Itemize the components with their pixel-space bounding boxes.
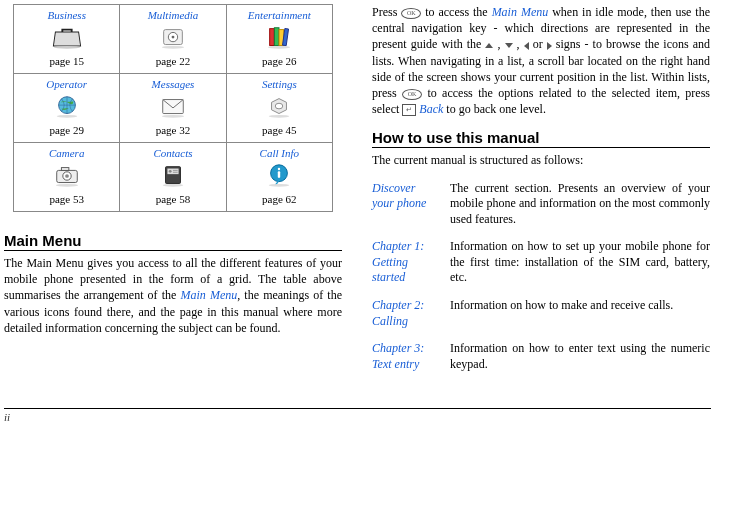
grid-cell: Multimedia page 22	[120, 5, 226, 74]
nut-icon	[260, 93, 298, 121]
page-ref: page 15	[49, 55, 84, 67]
chapters-list: Discover your phone The current section.…	[372, 175, 710, 379]
svg-rect-5	[270, 29, 275, 46]
page-ref: page 53	[49, 193, 84, 205]
chapter-row: Chapter 1: Getting started Information o…	[372, 233, 710, 292]
page-ref: page 26	[262, 55, 297, 67]
svg-point-3	[172, 36, 175, 39]
grid-cell: Entertainment page 26	[226, 5, 332, 74]
grid-cell: Business page 15	[14, 5, 120, 74]
chapter-label: Chapter 1: Getting started	[372, 233, 450, 292]
chapter-label: Chapter 2: Calling	[372, 292, 450, 335]
cell-title: Entertainment	[229, 9, 330, 21]
svg-point-4	[162, 46, 184, 49]
page-ref: page 62	[262, 193, 297, 205]
chapter-label: Discover your phone	[372, 175, 450, 234]
svg-point-26	[278, 168, 280, 170]
ok-key-icon: OK	[402, 89, 422, 100]
page-footer: ii	[4, 408, 711, 423]
envelope-icon	[154, 93, 192, 121]
back-link: Back	[419, 102, 443, 116]
camera-icon	[48, 162, 86, 190]
page-ref: page 32	[156, 124, 191, 136]
chapter-desc: Information on how to enter text using t…	[450, 335, 710, 378]
how-to-use-heading: How to use this manual	[372, 129, 710, 146]
globe-icon	[48, 93, 86, 121]
cell-title: Operator	[16, 78, 117, 90]
main-menu-paragraph: The Main Menu gives you access to all th…	[4, 255, 342, 336]
grid-cell: Camera page 53	[14, 143, 120, 212]
chapter-row: Chapter 3: Text entry Information on how…	[372, 335, 710, 378]
svg-point-13	[162, 115, 184, 118]
grid-cell: Settings page 45	[226, 74, 332, 143]
svg-point-24	[163, 184, 184, 187]
svg-point-9	[268, 46, 290, 49]
cell-title: Business	[16, 9, 117, 21]
chapter-row: Chapter 2: Calling Information on how to…	[372, 292, 710, 335]
cell-title: Multimedia	[122, 9, 223, 21]
svg-rect-6	[275, 28, 280, 46]
cell-title: Messages	[122, 78, 223, 90]
ok-key-icon: OK	[401, 8, 421, 19]
navigation-paragraph: Press OK to access the Main Menu when in…	[372, 4, 710, 117]
menu-grid: Business page 15 Multimedia page 22 Ente…	[13, 4, 333, 212]
svg-point-28	[269, 184, 290, 187]
svg-point-23	[169, 170, 172, 173]
grid-cell: Operator page 29	[14, 74, 120, 143]
grid-cell: Messages page 32	[120, 74, 226, 143]
svg-rect-17	[61, 168, 68, 171]
svg-point-15	[269, 115, 290, 118]
main-menu-link: Main Menu	[180, 288, 237, 302]
page-ref: page 22	[156, 55, 191, 67]
back-key-icon: ↵	[402, 104, 416, 116]
chapter-row: Discover your phone The current section.…	[372, 175, 710, 234]
info-icon	[260, 162, 298, 190]
svg-rect-27	[278, 171, 280, 178]
svg-point-20	[55, 184, 77, 187]
heading-rule	[4, 250, 342, 251]
chapter-desc: Information on how to make and receive c…	[450, 292, 710, 335]
arrow-down-icon	[505, 43, 513, 48]
contacts-icon	[154, 162, 192, 190]
briefcase-icon	[48, 24, 86, 52]
multimedia-icon	[154, 24, 192, 52]
chapter-desc: The current section. Presents an overvie…	[450, 175, 710, 234]
chapter-label: Chapter 3: Text entry	[372, 335, 450, 378]
cell-title: Camera	[16, 147, 117, 159]
svg-point-19	[65, 174, 69, 178]
svg-point-0	[54, 46, 80, 49]
svg-point-11	[56, 115, 77, 118]
cell-title: Settings	[229, 78, 330, 90]
cell-title: Contacts	[122, 147, 223, 159]
main-menu-heading: Main Menu	[4, 232, 342, 249]
page-ref: page 29	[49, 124, 84, 136]
books-icon	[260, 24, 298, 52]
main-menu-link: Main Menu	[492, 5, 549, 19]
chapter-desc: Information on how to set up your mobile…	[450, 233, 710, 292]
heading-rule	[372, 147, 710, 148]
grid-cell: Call Info page 62	[226, 143, 332, 212]
grid-cell: Contacts page 58	[120, 143, 226, 212]
svg-point-14	[276, 103, 283, 109]
cell-title: Call Info	[229, 147, 330, 159]
page-ref: page 45	[262, 124, 297, 136]
manual-intro: The current manual is structured as foll…	[372, 152, 710, 168]
page-ref: page 58	[156, 193, 191, 205]
